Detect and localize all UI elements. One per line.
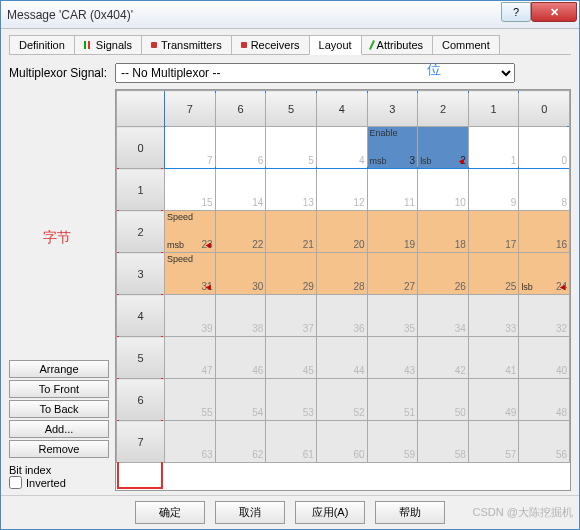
grid-cell[interactable]: lsb◄2	[418, 127, 469, 169]
row-header: 5	[117, 337, 165, 379]
main-area: 字节 Arrange To Front To Back Add... Remov…	[9, 89, 571, 491]
grid-cell[interactable]: 55	[165, 379, 216, 421]
grid-cell[interactable]: 49	[468, 379, 519, 421]
remove-button[interactable]: Remove	[9, 440, 109, 458]
grid-cell[interactable]: 26	[418, 253, 469, 295]
grid-cell[interactable]: 1	[468, 127, 519, 169]
grid-cell[interactable]: 53	[266, 379, 317, 421]
grid-cell[interactable]: 8	[519, 169, 570, 211]
grid-cell[interactable]: 42	[418, 337, 469, 379]
tab-transmitters[interactable]: Transmitters	[141, 35, 232, 54]
grid-cell[interactable]: 51	[367, 379, 418, 421]
grid-cell[interactable]: 62	[215, 421, 266, 463]
grid-cell[interactable]: 33	[468, 295, 519, 337]
grid-cell[interactable]: Speedmsb◄23	[165, 211, 216, 253]
grid-cell[interactable]: 25	[468, 253, 519, 295]
layout-grid[interactable]: 76543210 07654Enablemsb3lsb◄210115141312…	[116, 90, 570, 463]
add-button[interactable]: Add...	[9, 420, 109, 438]
grid-cell[interactable]: 63	[165, 421, 216, 463]
grid-cell[interactable]: 19	[367, 211, 418, 253]
left-column: Arrange To Front To Back Add... Remove B…	[9, 89, 109, 491]
annotation-bit: 位	[427, 61, 441, 79]
row-header: 1	[117, 169, 165, 211]
grid-cell[interactable]: 7	[165, 127, 216, 169]
cancel-button[interactable]: 取消	[215, 501, 285, 524]
grid-cell[interactable]: 37	[266, 295, 317, 337]
grid-cell[interactable]: 50	[418, 379, 469, 421]
window: Message 'CAR (0x404)' ? ✕ Definition Sig…	[0, 0, 580, 530]
grid-cell[interactable]: 40	[519, 337, 570, 379]
grid-cell[interactable]: 27	[367, 253, 418, 295]
grid-cell[interactable]: 60	[316, 421, 367, 463]
to-front-button[interactable]: To Front	[9, 380, 109, 398]
help-button[interactable]: ?	[501, 2, 531, 22]
tab-bar: Definition Signals Transmitters Receiver…	[9, 35, 571, 55]
col-header: 3	[367, 91, 418, 127]
grid-cell[interactable]: 43	[367, 337, 418, 379]
tab-receivers[interactable]: Receivers	[231, 35, 310, 54]
grid-cell[interactable]: 15	[165, 169, 216, 211]
grid-cell[interactable]: 56	[519, 421, 570, 463]
grid-cell[interactable]: 13	[266, 169, 317, 211]
to-back-button[interactable]: To Back	[9, 400, 109, 418]
grid-cell[interactable]: 48	[519, 379, 570, 421]
rx-icon	[241, 42, 247, 48]
grid-cell[interactable]: 47	[165, 337, 216, 379]
tab-attributes[interactable]: Attributes	[361, 35, 433, 54]
grid-cell[interactable]: 16	[519, 211, 570, 253]
grid-cell[interactable]: 34	[418, 295, 469, 337]
grid-cell[interactable]: 36	[316, 295, 367, 337]
grid-cell[interactable]: 20	[316, 211, 367, 253]
tab-definition[interactable]: Definition	[9, 35, 75, 54]
grid-cell[interactable]: 59	[367, 421, 418, 463]
grid-cell[interactable]: 57	[468, 421, 519, 463]
tab-signals[interactable]: Signals	[74, 35, 142, 54]
grid-cell[interactable]: 6	[215, 127, 266, 169]
grid-cell[interactable]: 58	[418, 421, 469, 463]
grid-cell[interactable]: 17	[468, 211, 519, 253]
grid-cell[interactable]: 35	[367, 295, 418, 337]
grid-cell[interactable]: Speed◄31	[165, 253, 216, 295]
grid-cell[interactable]: 38	[215, 295, 266, 337]
grid-cell[interactable]: 12	[316, 169, 367, 211]
tab-layout[interactable]: Layout	[309, 35, 362, 55]
row-header: 2	[117, 211, 165, 253]
grid-cell[interactable]: 11	[367, 169, 418, 211]
col-header: 1	[468, 91, 519, 127]
grid-cell[interactable]: 52	[316, 379, 367, 421]
grid-cell[interactable]: 21	[266, 211, 317, 253]
inverted-checkbox[interactable]	[9, 476, 22, 489]
mux-select[interactable]: -- No Multiplexor --	[115, 63, 515, 83]
close-button[interactable]: ✕	[531, 2, 577, 22]
grid-cell[interactable]: 61	[266, 421, 317, 463]
grid-cell[interactable]: 46	[215, 337, 266, 379]
grid-cell[interactable]: 41	[468, 337, 519, 379]
grid-cell[interactable]: 45	[266, 337, 317, 379]
grid-cell[interactable]: 22	[215, 211, 266, 253]
help-footer-button[interactable]: 帮助	[375, 501, 445, 524]
grid-cell[interactable]: 9	[468, 169, 519, 211]
layout-grid-wrap: 76543210 07654Enablemsb3lsb◄210115141312…	[115, 89, 571, 491]
ok-button[interactable]: 确定	[135, 501, 205, 524]
grid-cell[interactable]: 30	[215, 253, 266, 295]
grid-cell[interactable]: 44	[316, 337, 367, 379]
grid-cell[interactable]: 28	[316, 253, 367, 295]
grid-cell[interactable]: 4	[316, 127, 367, 169]
col-header: 4	[316, 91, 367, 127]
grid-cell[interactable]: 5	[266, 127, 317, 169]
grid-cell[interactable]: 18	[418, 211, 469, 253]
grid-cell[interactable]: 10	[418, 169, 469, 211]
grid-cell[interactable]: 29	[266, 253, 317, 295]
grid-cell[interactable]: 54	[215, 379, 266, 421]
grid-cell[interactable]: 32	[519, 295, 570, 337]
grid-cell[interactable]: 14	[215, 169, 266, 211]
attr-icon	[369, 40, 375, 50]
grid-cell[interactable]: Enablemsb3	[367, 127, 418, 169]
grid-cell[interactable]: lsb◄24	[519, 253, 570, 295]
inverted-label[interactable]: Inverted	[9, 476, 109, 489]
apply-button[interactable]: 应用(A)	[295, 501, 365, 524]
tab-comment[interactable]: Comment	[432, 35, 500, 54]
arrange-button[interactable]: Arrange	[9, 360, 109, 378]
grid-cell[interactable]: 0	[519, 127, 570, 169]
grid-cell[interactable]: 39	[165, 295, 216, 337]
